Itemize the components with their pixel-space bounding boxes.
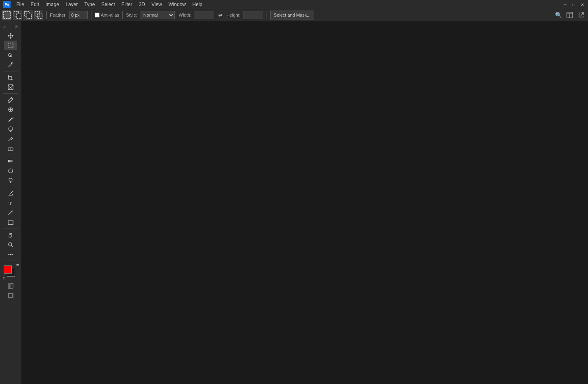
tool-section-path — [0, 208, 21, 218]
pen-tool-btn[interactable] — [4, 188, 17, 198]
svg-rect-12 — [8, 43, 13, 48]
lasso-tool-btn[interactable] — [4, 50, 17, 60]
svg-point-20 — [11, 98, 12, 99]
default-colors-btn[interactable]: ⊡ — [3, 276, 6, 280]
menu-item-image[interactable]: Image — [42, 1, 62, 8]
maximize-button[interactable]: □ — [571, 2, 576, 7]
menu-item-filter[interactable]: Filter — [118, 1, 136, 8]
svg-point-36 — [9, 243, 12, 246]
brush-tool-btn[interactable] — [4, 114, 17, 124]
title-bar-controls: ─ □ ✕ — [562, 2, 585, 7]
eraser-tool-btn[interactable] — [4, 144, 17, 153]
dodge-tool-btn[interactable] — [4, 176, 17, 186]
color-swatch-area: ⇄ ⊡ — [2, 264, 19, 279]
search-btn[interactable]: 🔍 — [554, 11, 563, 19]
menu-item-window[interactable]: Window — [165, 1, 189, 8]
tool-section-screen — [0, 291, 21, 300]
menu-item-3d[interactable]: 3D — [135, 1, 148, 8]
subtract-selection-btn[interactable] — [24, 11, 33, 19]
frame-tool-btn[interactable] — [4, 82, 17, 92]
menu-item-view[interactable]: View — [148, 1, 165, 8]
svg-point-30 — [9, 178, 12, 181]
svg-rect-35 — [8, 221, 13, 224]
workspace-btn[interactable] — [565, 11, 574, 19]
healing-tool-btn[interactable] — [4, 105, 17, 114]
move-tool-btn[interactable] — [4, 31, 17, 41]
tool-section-frame — [0, 82, 21, 92]
height-input[interactable] — [243, 11, 263, 19]
toolbar-collapse-btn[interactable]: » — [2, 24, 7, 29]
swap-dimensions-btn[interactable]: ⇌ — [216, 11, 225, 19]
anti-alias-label[interactable]: Anti-alias — [95, 13, 119, 17]
screen-mode-btn[interactable] — [4, 291, 17, 300]
menu-item-type[interactable]: Type — [81, 1, 98, 8]
svg-line-37 — [11, 246, 13, 247]
tool-divider-3 — [3, 155, 18, 155]
anti-alias-checkbox[interactable] — [95, 13, 100, 17]
type-tool-btn[interactable]: T — [4, 198, 17, 208]
menu-item-layer[interactable]: Layer — [62, 1, 81, 8]
share-btn[interactable] — [577, 11, 586, 19]
style-select[interactable]: Normal Fixed Ratio Fixed Size — [140, 11, 175, 19]
blur-tool-btn[interactable] — [4, 166, 17, 176]
tool-divider-1 — [3, 71, 18, 71]
swap-colors-btn[interactable]: ⇄ — [16, 263, 19, 267]
zoom-tool-btn[interactable] — [4, 240, 17, 250]
svg-rect-44 — [9, 294, 12, 297]
tool-section-history — [0, 134, 21, 144]
feather-input[interactable] — [69, 11, 88, 19]
svg-line-13 — [9, 64, 11, 67]
canvas-area[interactable] — [21, 21, 588, 384]
svg-point-38 — [8, 254, 9, 255]
separator-4 — [267, 11, 267, 19]
marquee-tool-btn[interactable] — [4, 41, 17, 50]
wand-tool-btn[interactable] — [4, 60, 17, 70]
tool-section-type: T — [0, 198, 21, 208]
style-label: Style: — [126, 13, 137, 17]
svg-rect-42 — [8, 283, 11, 288]
add-selection-btn[interactable] — [13, 11, 22, 19]
more-tools-btn[interactable] — [4, 250, 17, 259]
menu-item-edit[interactable]: Edit — [27, 1, 42, 8]
minimize-button[interactable]: ─ — [562, 2, 568, 7]
ps-logo: Ps — [3, 1, 11, 8]
toolbar-close-btn[interactable]: ✕ — [13, 24, 19, 29]
svg-point-24 — [12, 117, 13, 119]
separator-2 — [91, 11, 91, 19]
crop-tool-btn[interactable] — [4, 73, 17, 82]
tool-section-more — [0, 250, 21, 259]
shape-tool-btn[interactable] — [4, 218, 17, 227]
menu-item-select[interactable]: Select — [98, 1, 118, 8]
eyedropper-tool-btn[interactable] — [4, 95, 17, 105]
tool-section-pen — [0, 188, 21, 198]
menu-item-file[interactable]: File — [13, 1, 27, 8]
quick-mask-btn[interactable] — [4, 281, 17, 291]
hand-tool-btn[interactable] — [4, 230, 17, 240]
gradient-tool-btn[interactable] — [4, 156, 17, 166]
height-label: Height: — [226, 13, 241, 17]
menu-item-help[interactable]: Help — [189, 1, 206, 8]
tool-section-zoom — [0, 240, 21, 250]
width-input[interactable] — [194, 11, 214, 19]
tool-divider-2 — [3, 93, 18, 94]
history-tool-btn[interactable] — [4, 134, 17, 144]
tool-section-brush — [0, 114, 21, 124]
svg-point-39 — [10, 254, 11, 255]
toolbar-header: » ✕ — [0, 23, 21, 30]
svg-point-40 — [11, 254, 13, 255]
svg-rect-29 — [8, 160, 13, 162]
feather-label: Feather: — [50, 13, 67, 17]
new-selection-btn[interactable] — [2, 11, 11, 19]
tool-section-hand — [0, 230, 21, 240]
close-button[interactable]: ✕ — [579, 2, 585, 7]
tool-section-crop — [0, 73, 21, 82]
intersect-selection-btn[interactable] — [34, 11, 43, 19]
fg-color-swatch[interactable] — [4, 265, 12, 274]
path-tool-btn[interactable] — [4, 208, 17, 218]
clone-tool-btn[interactable] — [4, 124, 17, 134]
select-mask-btn[interactable]: Select and Mask... — [270, 11, 315, 19]
title-bar-menu: FileEditImageLayerTypeSelectFilter3DView… — [13, 1, 206, 8]
svg-rect-2 — [16, 14, 21, 18]
options-right: 🔍 — [554, 11, 586, 19]
tool-section-shape — [0, 218, 21, 227]
